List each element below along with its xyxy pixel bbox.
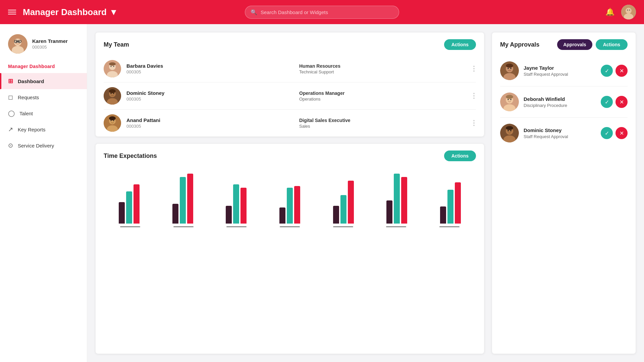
chart-label: [120, 226, 140, 227]
member-id: 000305: [126, 69, 294, 74]
bar-dark: [119, 202, 125, 224]
my-team-actions-button[interactable]: Actions: [444, 39, 476, 50]
sidebar-user-id: 000305: [32, 45, 68, 50]
sidebar-nav: ⊞ Dashboard ◻ Requests ◯ Talent ↗ Key Re…: [0, 73, 87, 154]
reject-button-dominic[interactable]: ✕: [615, 127, 628, 139]
search-icon: 🔍: [251, 9, 257, 15]
sidebar-item-talent[interactable]: ◯ Talent: [0, 105, 87, 121]
member-role-title: Human Resources: [299, 63, 467, 69]
svg-point-30: [113, 120, 114, 121]
member-dots-barbara[interactable]: [472, 64, 476, 73]
approval-name: Jayne Taylor: [524, 65, 596, 71]
bar-dark: [279, 207, 285, 224]
reject-button-jayne[interactable]: ✕: [615, 65, 628, 77]
header-title: Manager Dashboard ▼: [23, 7, 118, 17]
reject-button-deborah[interactable]: ✕: [615, 96, 628, 108]
approve-button-dominic[interactable]: ✓: [601, 127, 613, 139]
member-id: 000305: [126, 97, 294, 102]
member-avatar-barbara: [104, 60, 121, 77]
sidebar-item-service-delivery[interactable]: ⊙ Service Delivery: [0, 137, 87, 154]
svg-point-18: [113, 66, 114, 67]
approval-type: Staff Request Approval: [524, 134, 596, 139]
bar-teal: [447, 190, 453, 224]
bar-group: [279, 186, 300, 224]
member-info-barbara: Barbara Davies 000305: [126, 63, 294, 74]
bar-group: [172, 174, 193, 224]
menu-icon[interactable]: [8, 10, 16, 14]
sidebar-item-key-reports[interactable]: ↗ Key Reports: [0, 121, 87, 137]
my-approvals-actions-button[interactable]: Actions: [596, 39, 628, 50]
sidebar-item-label: Key Reports: [18, 127, 46, 132]
approval-avatar-deborah: [500, 93, 519, 111]
member-name: Anand Pattani: [126, 117, 294, 123]
approval-item-dominic: Dominic Stoney Staff Request Approval ✓ …: [500, 117, 628, 148]
approval-type: Disciplinary Procedure: [524, 103, 596, 108]
member-role-dominic: Operations Manager Operations: [299, 90, 467, 102]
bar-teal: [287, 188, 293, 224]
sidebar-section-title: Manager Dashboard: [0, 64, 87, 73]
svg-point-40: [506, 95, 513, 99]
time-expectations-title: Time Expectations: [104, 153, 157, 160]
svg-point-4: [629, 10, 630, 11]
sidebar-item-label: Service Delivery: [18, 143, 54, 148]
my-approvals-title: My Approvals: [500, 41, 554, 48]
chart-label: [226, 226, 247, 227]
bar-teal: [126, 191, 132, 224]
bar-red: [187, 174, 193, 224]
approve-button-deborah[interactable]: ✓: [601, 96, 613, 108]
approval-info-deborah: Deborah Winfield Disciplinary Procedure: [524, 96, 596, 108]
member-dots-dominic[interactable]: [472, 92, 476, 100]
svg-point-23: [111, 93, 112, 94]
approval-info-dominic: Dominic Stoney Staff Request Approval: [524, 127, 596, 139]
sidebar-item-label: Talent: [19, 111, 33, 116]
member-name: Dominic Stoney: [126, 90, 294, 96]
member-avatar-dominic: [104, 87, 121, 105]
bar-dark: [386, 200, 392, 224]
bar-group: [119, 184, 140, 224]
member-avatar-anand: [104, 114, 121, 132]
approval-info-jayne: Jayne Taylor Staff Request Approval: [524, 65, 596, 77]
title-dropdown-arrow[interactable]: ▼: [109, 7, 118, 17]
svg-point-35: [507, 68, 509, 69]
bar-red: [133, 184, 140, 224]
team-member-dominic: Dominic Stoney 000305 Operations Manager…: [104, 82, 476, 109]
bar-red: [401, 177, 407, 224]
svg-point-17: [111, 66, 112, 67]
notification-bell-icon[interactable]: 🔔: [605, 8, 614, 16]
user-avatar-header[interactable]: [621, 5, 636, 19]
member-role-barbara: Human Resources Technical Support: [299, 63, 467, 74]
approval-avatar-dominic: [500, 124, 519, 142]
svg-point-34: [506, 64, 513, 68]
approve-button-jayne[interactable]: ✓: [601, 65, 613, 77]
approval-name: Dominic Stoney: [524, 127, 596, 133]
svg-point-42: [510, 99, 512, 100]
bar-chart: [104, 170, 476, 224]
chart-label: [439, 226, 460, 227]
svg-point-47: [507, 130, 509, 131]
key-reports-icon: ↗: [8, 126, 13, 133]
search-input[interactable]: [261, 6, 393, 18]
my-approvals-card: My Approvals Approvals Actions: [492, 32, 636, 354]
bar-teal: [394, 174, 400, 224]
dashboard-icon: ⊞: [8, 77, 13, 85]
search-bar[interactable]: 🔍: [245, 6, 399, 19]
chart-label: [280, 226, 300, 227]
sidebar-item-dashboard[interactable]: ⊞ Dashboard: [0, 73, 87, 89]
member-role-anand: Digital Sales Executive Sales: [299, 118, 467, 129]
team-list: Barbara Davies 000305 Human Resources Te…: [96, 55, 484, 136]
time-expectations-actions-button[interactable]: Actions: [444, 150, 476, 161]
chart-area: [96, 167, 484, 353]
sidebar: Karen Tranmer 000305 Manager Dashboard ⊞…: [0, 24, 87, 362]
layout: Karen Tranmer 000305 Manager Dashboard ⊞…: [0, 24, 644, 362]
svg-point-16: [109, 62, 116, 66]
bar-group: [333, 181, 354, 224]
chart-label: [173, 226, 194, 227]
member-dots-anand[interactable]: [472, 119, 476, 127]
svg-point-6: [14, 39, 21, 46]
time-expectations-card: Time Expectations Actions: [95, 143, 484, 354]
member-dept: Operations: [299, 97, 467, 102]
sidebar-item-requests[interactable]: ◻ Requests: [0, 89, 87, 105]
approval-item-jayne: Jayne Taylor Staff Request Approval ✓ ✕: [500, 55, 628, 86]
approvals-tab-button[interactable]: Approvals: [557, 39, 592, 50]
approval-actions-deborah: ✓ ✕: [601, 96, 628, 108]
